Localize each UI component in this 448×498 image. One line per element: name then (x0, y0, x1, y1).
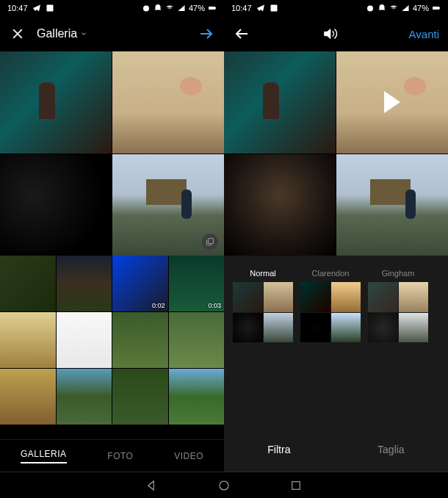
svg-rect-8 (439, 7, 440, 9)
thumb-duration: 0:02 (152, 302, 165, 309)
thumb[interactable] (57, 369, 112, 425)
signal-icon (177, 4, 186, 12)
edit-preview (224, 51, 448, 256)
tab-taglia[interactable]: Taglia (377, 444, 405, 455)
status-time: 10:47 (231, 4, 252, 12)
preview-cell-3[interactable] (224, 154, 336, 256)
telegram-icon (32, 4, 41, 12)
preview-cell-1[interactable] (224, 51, 336, 154)
preview-cell-4[interactable] (336, 154, 448, 256)
telegram-icon (256, 4, 265, 12)
dnd-icon (153, 4, 162, 12)
filter-normal[interactable]: Normal (233, 269, 293, 342)
nav-recents[interactable] (289, 479, 303, 492)
thumb[interactable] (0, 312, 56, 368)
nav-back[interactable] (145, 479, 159, 492)
wifi-icon (389, 4, 398, 12)
gallery-dropdown[interactable]: Galleria (37, 27, 87, 40)
tab-filtra[interactable]: Filtra (267, 444, 290, 455)
preview-cell-2[interactable] (336, 51, 448, 154)
alarm-icon (142, 4, 151, 12)
status-time: 10:47 (7, 4, 28, 12)
gallery-picker-screen: 10:47 47% Galleria (0, 0, 224, 472)
filter-gingham[interactable]: Gingham (368, 269, 428, 342)
signal-icon (401, 4, 410, 12)
back-button[interactable] (233, 25, 250, 43)
dnd-icon (377, 4, 386, 12)
thumb-duration: 0:03 (208, 302, 221, 309)
thumb[interactable]: 0:03 (169, 256, 225, 311)
svg-rect-0 (46, 5, 53, 12)
nav-home[interactable] (217, 479, 231, 492)
preview-cell-1[interactable] (0, 51, 112, 154)
filter-strip[interactable]: Normal Clarendon Gingham (224, 269, 448, 342)
preview-cell-4[interactable] (112, 154, 224, 256)
battery-icon (208, 4, 217, 12)
play-icon (384, 91, 400, 113)
preview-cell-3[interactable] (0, 154, 112, 256)
svg-rect-4 (209, 239, 214, 244)
image-icon (46, 4, 54, 12)
battery-text: 47% (413, 4, 429, 12)
tab-galleria[interactable]: GALLERIA (21, 449, 67, 463)
edit-tabs: Filtra Taglia (224, 427, 448, 472)
battery-icon (432, 4, 441, 12)
next-button[interactable] (198, 25, 215, 43)
app-header: Galleria (0, 16, 224, 51)
next-link[interactable]: Avanti (409, 28, 439, 40)
battery-text: 47% (189, 4, 205, 12)
status-bar: 10:47 47% (224, 0, 448, 16)
preview-cell-2[interactable] (112, 51, 224, 154)
svg-rect-2 (209, 7, 215, 10)
source-tabs: GALLERIA FOTO VIDEO (0, 439, 224, 472)
close-button[interactable] (9, 25, 26, 43)
selection-preview (0, 51, 224, 256)
thumb[interactable] (169, 369, 225, 425)
tab-foto[interactable]: FOTO (107, 451, 133, 461)
filter-clarendon[interactable]: Clarendon (300, 269, 361, 342)
thumb[interactable] (169, 312, 225, 368)
status-bar: 10:47 47% (0, 0, 224, 16)
svg-rect-10 (292, 481, 300, 489)
svg-rect-7 (433, 7, 439, 10)
tab-video[interactable]: VIDEO (174, 451, 203, 461)
chevron-down-icon (80, 30, 87, 37)
wifi-icon (165, 4, 174, 12)
filter-section: Normal Clarendon Gingham Filtra Taglia (224, 256, 448, 472)
multi-select-icon (202, 234, 218, 250)
thumb[interactable]: 0:02 (112, 256, 168, 311)
thumb[interactable] (112, 369, 168, 425)
thumb[interactable] (57, 312, 112, 368)
alarm-icon (366, 4, 375, 12)
svg-rect-5 (270, 5, 277, 12)
thumb[interactable] (0, 256, 56, 311)
thumb[interactable] (57, 256, 112, 311)
android-navbar (0, 472, 448, 498)
gallery-thumbnails: 0:02 0:03 (0, 256, 224, 439)
svg-point-9 (220, 481, 228, 490)
svg-rect-3 (215, 7, 216, 9)
thumb[interactable] (0, 369, 56, 425)
filter-editor-screen: 10:47 47% Avanti (224, 0, 448, 472)
thumb[interactable] (112, 312, 168, 368)
image-icon (270, 4, 278, 12)
app-header: Avanti (224, 16, 448, 51)
sound-toggle[interactable] (321, 25, 339, 43)
